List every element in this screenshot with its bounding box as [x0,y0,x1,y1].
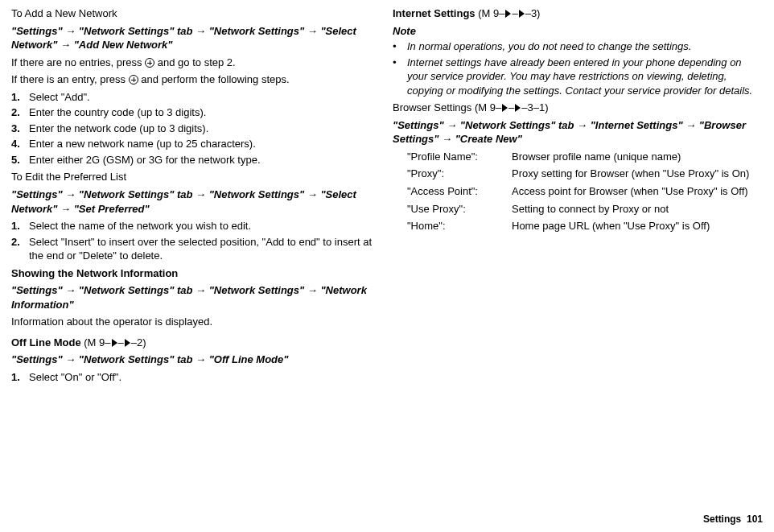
menu-code: (M 9–––3–1) [475,101,549,113]
note-text: In normal operations, you do not need to… [407,39,755,54]
footer-page-number: 101 [747,513,763,525]
step-number: 1. [11,370,29,385]
step-number: 5. [11,153,29,167]
step-text: Enter the network code (up to 3 digits). [29,122,373,136]
add-network-line1: If there are no entries, press and go to… [11,56,373,70]
list-item: 2.Enter the country code (up to 3 digits… [11,105,373,120]
table-key: "Use Proxy": [407,202,512,217]
offline-mode-path: "Settings" → "Network Settings" tab → "O… [11,353,373,367]
right-arrow-icon [505,10,511,18]
step-text: Select "Add". [29,90,373,105]
right-column: Internet Settings (M 9–––3) Note •In nor… [393,6,755,388]
text: –2) [131,336,146,348]
table-value: Access point for Browser (when "Use Prox… [512,184,755,199]
bullet-icon: • [393,39,407,54]
step-number: 4. [11,137,29,151]
list-item: 1.Select the name of the network you wis… [11,219,373,233]
table-value: Proxy setting for Browser (when "Use Pro… [512,167,755,181]
text: (M 9– [84,336,110,348]
note-text: Internet settings have already been ente… [407,56,755,98]
text: (M 9– [475,101,501,113]
text: and go to step 2. [154,56,235,68]
menu-code: (M 9–––2) [84,336,146,348]
step-number: 1. [11,219,29,233]
list-item: 3.Enter the network code (up to 3 digits… [11,122,373,136]
table-key: "Access Point": [407,184,512,199]
list-item: 4.Enter a new network name (up to 25 cha… [11,137,373,151]
add-network-path: "Settings" → "Network Settings" tab → "N… [11,24,373,52]
edit-preferred-steps: 1.Select the name of the network you wis… [11,219,373,263]
table-key: "Profile Name": [407,150,512,164]
table-key: "Proxy": [407,167,512,181]
menu-code: (M 9–––3) [478,7,540,19]
step-text: Select "Insert" to insert over the selec… [29,235,373,263]
show-network-info-heading: Showing the Network Information [11,266,373,281]
browser-settings-table: "Profile Name":Browser profile name (uni… [407,150,755,233]
text: (M 9– [478,7,504,19]
step-text: Enter the country code (up to 3 digits). [29,105,373,120]
page-footer: Settings 101 [703,513,763,526]
text: Off Line Mode [11,336,84,348]
list-item: 5.Enter either 2G (GSM) or 3G for the ne… [11,153,373,167]
offline-mode-heading: Off Line Mode (M 9–––2) [11,336,373,350]
step-number: 1. [11,90,29,105]
list-item: •In normal operations, you do not need t… [393,39,755,54]
step-text: Enter either 2G (GSM) or 3G for the netw… [29,153,373,167]
internet-settings-heading: Internet Settings (M 9–––3) [393,6,755,21]
table-key: "Home": [407,219,512,233]
center-key-icon [129,75,138,85]
table-value: Setting to connect by Proxy or not [512,202,755,217]
step-number: 2. [11,105,29,120]
right-arrow-icon [502,104,508,112]
step-text: Select the name of the network you wish … [29,219,373,233]
right-arrow-icon [515,104,521,112]
notes-list: •In normal operations, you do not need t… [393,39,755,97]
text: If there is an entry, press [11,73,129,85]
table-value: Browser profile name (unique name) [512,150,755,164]
right-arrow-icon [519,10,525,18]
text: and perform the following steps. [138,73,290,85]
browser-settings-path: "Settings" → "Network Settings" tab → "I… [393,118,755,146]
add-network-line2: If there is an entry, press and perform … [11,72,373,87]
text: –3–1) [521,101,548,113]
footer-section: Settings [703,513,741,525]
step-number: 3. [11,122,29,136]
text: Browser Settings [393,101,475,113]
edit-preferred-heading: To Edit the Preferred List [11,170,373,184]
list-item: 1.Select "Add". [11,90,373,105]
text: –3) [525,7,541,19]
step-number: 2. [11,235,29,263]
add-network-steps: 1.Select "Add". 2.Enter the country code… [11,90,373,167]
list-item: 2.Select "Insert" to insert over the sel… [11,235,373,263]
browser-settings-heading: Browser Settings (M 9–––3–1) [393,101,755,115]
show-network-info-path: "Settings" → "Network Settings" tab → "N… [11,283,373,311]
note-label: Note [393,24,755,39]
table-value: Home page URL (when "Use Proxy" is Off) [512,219,755,233]
step-text: Enter a new network name (up to 25 chara… [29,137,373,151]
right-arrow-icon [112,339,117,347]
left-column: To Add a New Network "Settings" → "Netwo… [11,6,373,388]
center-key-icon [145,58,154,68]
text: Internet Settings [393,7,478,19]
edit-preferred-path: "Settings" → "Network Settings" tab → "N… [11,188,373,216]
offline-mode-steps: 1.Select "On" or "Off". [11,370,373,385]
right-arrow-icon [125,339,130,347]
add-network-heading: To Add a New Network [11,6,373,21]
two-column-layout: To Add a New Network "Settings" → "Netwo… [11,6,763,388]
list-item: •Internet settings have already been ent… [393,56,755,98]
step-text: Select "On" or "Off". [29,370,373,385]
text: If there are no entries, press [11,56,145,68]
bullet-icon: • [393,56,407,98]
show-network-info-desc: Information about the operator is displa… [11,315,373,329]
list-item: 1.Select "On" or "Off". [11,370,373,385]
